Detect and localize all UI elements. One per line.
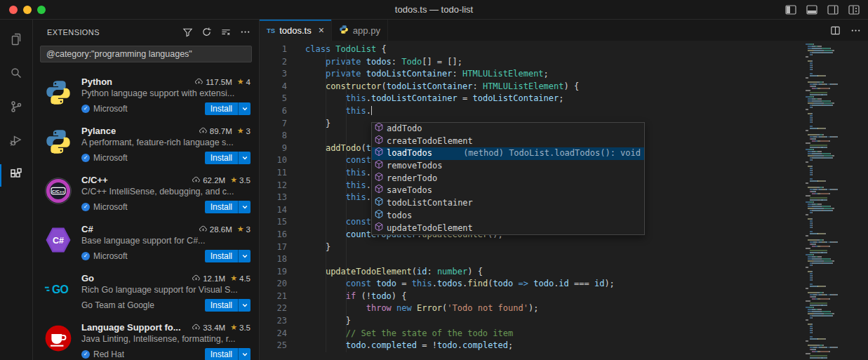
clear-search-results-icon[interactable]: [220, 27, 232, 37]
line-number: 1: [260, 44, 287, 56]
title-bar: todos.ts — todo-list: [0, 0, 868, 20]
typescript-file-icon: TS: [267, 27, 275, 34]
extension-description: Rich Go language support for Visual S...: [81, 285, 251, 298]
suggest-label: renderTodo: [387, 173, 437, 185]
code-line[interactable]: constructor(todoListContainer: HTMLUList…: [305, 81, 798, 93]
suggest-detail: (method) TodoList.loadTodos(): void: [463, 147, 641, 160]
code-line[interactable]: private todos: Todo[] = [];: [305, 56, 798, 69]
svg-text:C#: C#: [53, 236, 64, 246]
star-icon: ★: [230, 323, 237, 332]
suggest-item-removeTodos[interactable]: removeTodos: [372, 160, 644, 173]
code-line[interactable]: private todoListContainer: HTMLUListElem…: [305, 68, 798, 81]
code-line[interactable]: }: [305, 241, 798, 254]
extensions-list: Python 117.5M ★ 4 Python language suppor…: [33, 68, 259, 360]
extension-item[interactable]: Python 117.5M ★ 4 Python language suppor…: [33, 68, 259, 117]
suggest-label: loadTodos: [387, 147, 432, 160]
sidebar-item-explorer[interactable]: [0, 24, 32, 58]
extension-item[interactable]: Language Support fo... 33.4M ★ 3.5 Java …: [33, 314, 259, 360]
code-line[interactable]: [305, 253, 798, 266]
install-button[interactable]: Install: [205, 102, 238, 115]
suggest-item-saveTodos[interactable]: saveTodos: [372, 185, 644, 197]
download-count-icon: [199, 225, 208, 234]
download-count-icon: [199, 126, 208, 136]
code-editor[interactable]: 1234567891011121314151617181920212223242…: [260, 41, 868, 360]
extensions-search-input[interactable]: [40, 46, 252, 62]
line-number: 6: [260, 105, 287, 118]
symbol-method-icon: [374, 147, 387, 161]
more-actions-icon[interactable]: [850, 25, 861, 36]
split-editor-icon[interactable]: [830, 25, 841, 36]
install-dropdown-button[interactable]: [238, 250, 251, 262]
install-button[interactable]: Install: [205, 299, 238, 312]
extension-item[interactable]: GO Go 12.1M ★ 4.5 Rich Go language suppo…: [33, 265, 259, 314]
line-number: 5: [260, 93, 287, 105]
install-dropdown-button[interactable]: [238, 102, 251, 115]
python-file-icon: [339, 25, 349, 36]
install-dropdown-button[interactable]: [238, 348, 251, 360]
install-dropdown-button[interactable]: [238, 201, 251, 213]
extension-publisher: Go Team at Google: [81, 300, 154, 310]
download-count-icon: [194, 77, 203, 87]
code-line[interactable]: // Set the state of the todo item: [305, 328, 798, 340]
extension-publisher: ✓ Microsoft: [81, 202, 128, 212]
code-line[interactable]: throw new Error('Todo not found');: [305, 302, 798, 315]
install-dropdown-button[interactable]: [238, 152, 251, 164]
chevron-down-icon: [241, 349, 248, 360]
sidebar-item-run-debug[interactable]: [0, 125, 32, 159]
line-number: 12: [260, 180, 287, 192]
line-number: 10: [260, 154, 287, 167]
suggest-item-loadTodos[interactable]: loadTodos (method) TodoList.loadTodos():…: [372, 147, 644, 160]
tab-app-py[interactable]: app.py: [332, 20, 388, 41]
chevron-down-icon: [241, 251, 248, 262]
toggle-panel-icon[interactable]: [806, 5, 817, 15]
suggest-item-updateTodoElement[interactable]: updateTodoElement: [372, 222, 644, 235]
extension-item[interactable]: Pylance 89.7M ★ 3 A performant, feature-…: [33, 117, 259, 166]
line-number: 4: [260, 81, 287, 93]
code-line[interactable]: updateTodoElement(id: number) {: [305, 266, 798, 279]
filter-icon[interactable]: [182, 27, 193, 37]
customize-layout-icon[interactable]: [848, 5, 860, 15]
install-button[interactable]: Install: [205, 348, 238, 360]
more-actions-icon[interactable]: [240, 27, 251, 37]
sidebar-item-search[interactable]: [0, 58, 32, 91]
code-line[interactable]: if (!todo) {: [305, 291, 798, 303]
install-dropdown-button[interactable]: [238, 299, 251, 312]
csharp-extension-icon: C#: [44, 225, 73, 255]
sidebar-item-extensions[interactable]: [0, 159, 32, 192]
code-line[interactable]: todo.completed = !todo.completed;: [305, 340, 798, 352]
extension-stats: 89.7M ★ 3: [199, 126, 251, 136]
minimap[interactable]: [806, 44, 863, 360]
extension-publisher: ✓ Microsoft: [81, 104, 128, 114]
refresh-icon[interactable]: [201, 27, 212, 37]
extensions-title: EXTENSIONS: [47, 28, 182, 36]
suggest-item-renderTodo[interactable]: renderTodo: [372, 173, 644, 185]
install-button[interactable]: Install: [205, 201, 238, 213]
extension-publisher: ✓ Microsoft: [81, 153, 128, 163]
suggest-item-createTodoElement[interactable]: createTodoElement: [372, 135, 644, 148]
tab-todos-ts[interactable]: TS todos.ts ×: [260, 20, 332, 41]
toggle-secondary-sidebar-icon[interactable]: [827, 5, 839, 15]
code-line[interactable]: class TodoList {: [305, 44, 798, 56]
code-line[interactable]: this.todoListContainer = todoListContain…: [305, 93, 798, 105]
chevron-down-icon: [241, 104, 248, 114]
extension-item[interactable]: C# C# 28.6M ★ 3 Base language support fo…: [33, 215, 259, 265]
search-icon: [8, 65, 25, 84]
toggle-primary-sidebar-icon[interactable]: [785, 5, 796, 15]
code-line[interactable]: const todo = this.todos.find(todo => tod…: [305, 278, 798, 291]
suggest-item-todos[interactable]: todos: [372, 210, 644, 222]
svg-text:GO: GO: [52, 284, 68, 295]
symbol-method-icon: [374, 172, 387, 186]
close-tab-icon[interactable]: ×: [319, 25, 324, 36]
install-button[interactable]: Install: [205, 250, 238, 262]
suggest-item-todoListContainer[interactable]: todoListContainer: [372, 197, 644, 210]
extension-publisher: ✓ Red Hat: [81, 349, 124, 359]
line-number: 15: [260, 216, 287, 229]
code-line[interactable]: this.: [305, 105, 798, 118]
suggest-item-addTodo[interactable]: addTodo: [372, 123, 644, 135]
code-line[interactable]: }: [305, 315, 798, 328]
line-number: 3: [260, 68, 287, 81]
install-button[interactable]: Install: [205, 152, 238, 164]
extension-item[interactable]: C/C++ C/C++ 62.2M ★ 3.5 C/C++ IntelliSen…: [33, 166, 259, 215]
star-icon: ★: [237, 225, 244, 234]
sidebar-item-source-control[interactable]: [0, 91, 32, 125]
